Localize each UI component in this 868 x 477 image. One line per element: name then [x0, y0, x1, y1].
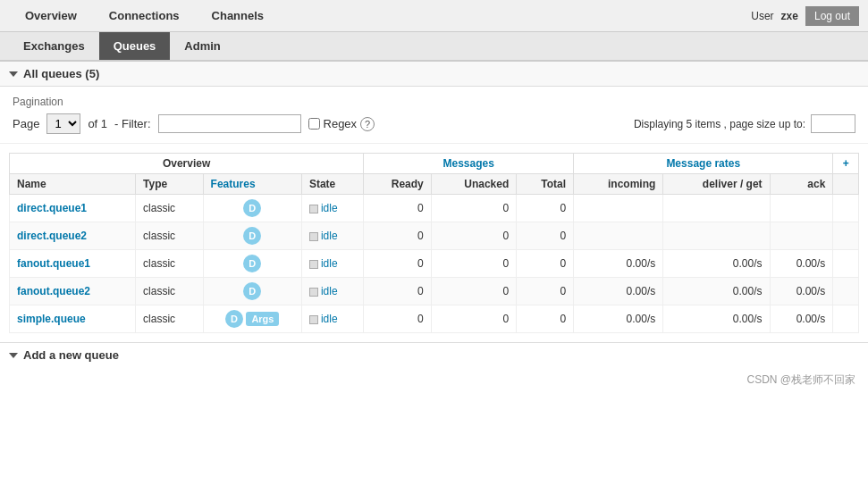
durable-badge: D — [243, 255, 261, 272]
col-type: Type — [136, 174, 204, 195]
table-row[interactable]: simple.queueclassicD Args idle0000.00/s0… — [10, 305, 859, 333]
pagination-info: Displaying 5 items , page size up to: 10… — [634, 114, 855, 133]
filter-label: - Filter: — [114, 117, 150, 130]
queue-unacked: 0 — [431, 222, 517, 250]
help-icon[interactable]: ? — [360, 117, 375, 131]
username: zxe — [781, 10, 798, 22]
queue-deliver-rate — [663, 222, 770, 250]
logout-button[interactable]: Log out — [805, 6, 859, 26]
queue-ready: 0 — [364, 250, 432, 278]
queue-features: D — [203, 278, 301, 305]
filter-input[interactable] — [158, 114, 301, 133]
collapse-icon[interactable] — [9, 71, 18, 77]
queue-ack-rate: 0.00/s — [770, 250, 833, 278]
tab-connections[interactable]: Connections — [93, 2, 196, 29]
top-navigation: Overview Connections Channels User zxe L… — [0, 0, 868, 32]
regex-checkbox[interactable] — [308, 118, 320, 130]
queue-unacked: 0 — [431, 305, 517, 333]
page-label: Page — [13, 117, 39, 130]
queue-total: 0 — [517, 250, 574, 278]
state-label: idle — [321, 313, 338, 325]
regex-label: Regex — [324, 117, 358, 130]
queue-type: classic — [136, 222, 204, 250]
col-state: State — [301, 174, 363, 195]
add-queue-label[interactable]: Add a new queue — [23, 348, 119, 362]
queue-name[interactable]: fanout.queue2 — [10, 278, 136, 305]
queue-unacked: 0 — [431, 278, 517, 305]
queue-total: 0 — [517, 222, 574, 250]
sub-navigation: Exchanges Queues Admin — [0, 32, 868, 62]
tab-queues[interactable]: Queues — [99, 32, 171, 60]
queue-unacked: 0 — [431, 250, 517, 278]
queue-ack-rate: 0.00/s — [770, 278, 833, 305]
tab-exchanges[interactable]: Exchanges — [9, 32, 99, 60]
queue-incoming-rate: 0.00/s — [574, 305, 663, 333]
queues-table-container: Overview Messages Message rates + Name T… — [0, 144, 868, 342]
table-row[interactable]: direct.queue1classicD idle000 — [10, 195, 859, 222]
queue-extra — [833, 305, 859, 333]
queue-incoming-rate — [574, 195, 663, 222]
queue-type: classic — [136, 305, 204, 333]
queue-state: idle — [301, 222, 363, 250]
section-title: All queues (5) — [23, 67, 99, 80]
queue-incoming-rate: 0.00/s — [574, 278, 663, 305]
col-extra — [833, 174, 859, 195]
col-ack: ack — [770, 174, 833, 195]
user-info: User zxe Log out — [751, 6, 859, 26]
queue-name[interactable]: direct.queue1 — [10, 195, 136, 222]
add-queue-expand-icon[interactable] — [9, 353, 18, 358]
queue-deliver-rate: 0.00/s — [663, 250, 770, 278]
queue-state: idle — [301, 305, 363, 333]
pagination-section: Pagination Page 1 of 1 - Filter: Regex ?… — [0, 87, 868, 144]
queue-extra — [833, 250, 859, 278]
durable-badge: D — [243, 282, 261, 300]
overview-group-header: Overview — [10, 154, 364, 174]
queue-extra — [833, 222, 859, 250]
queue-ready: 0 — [364, 305, 432, 333]
table-row[interactable]: direct.queue2classicD idle000 — [10, 222, 859, 250]
queue-incoming-rate — [574, 222, 663, 250]
queue-ack-rate: 0.00/s — [770, 305, 833, 333]
queue-ready: 0 — [364, 222, 432, 250]
col-features: Features — [203, 174, 301, 195]
add-column-button[interactable]: + — [833, 154, 859, 174]
tab-channels[interactable]: Channels — [196, 2, 281, 29]
state-icon — [309, 315, 318, 324]
regex-group: Regex ? — [308, 117, 375, 131]
durable-badge: D — [225, 310, 243, 328]
queue-unacked: 0 — [431, 195, 517, 222]
col-incoming: incoming — [574, 174, 663, 195]
tab-overview[interactable]: Overview — [9, 2, 93, 29]
queue-name[interactable]: simple.queue — [10, 305, 136, 333]
state-icon — [309, 288, 318, 297]
queue-state: idle — [301, 250, 363, 278]
state-label: idle — [321, 257, 338, 270]
col-total: Total — [517, 174, 574, 195]
queue-deliver-rate: 0.00/s — [663, 278, 770, 305]
queue-type: classic — [136, 195, 204, 222]
queue-features: D — [203, 195, 301, 222]
display-info: Displaying 5 items , page size up to: — [634, 118, 805, 130]
state-label: idle — [321, 202, 338, 214]
queue-ready: 0 — [364, 278, 432, 305]
add-queue-section: Add a new queue — [0, 342, 868, 367]
queue-type: classic — [136, 250, 204, 278]
queue-name[interactable]: fanout.queue1 — [10, 250, 136, 278]
table-row[interactable]: fanout.queue1classicD idle0000.00/s0.00/… — [10, 250, 859, 278]
rates-group-header: Message rates — [574, 154, 833, 174]
queue-ack-rate — [770, 195, 833, 222]
queue-deliver-rate — [663, 195, 770, 222]
table-row[interactable]: fanout.queue2classicD idle0000.00/s0.00/… — [10, 278, 859, 305]
col-ready: Ready — [364, 174, 432, 195]
queue-extra — [833, 195, 859, 222]
section-header: All queues (5) — [0, 62, 868, 87]
queue-ack-rate — [770, 222, 833, 250]
queue-rows: direct.queue1classicD idle000direct.queu… — [10, 195, 859, 333]
state-icon — [309, 260, 318, 269]
durable-badge: D — [243, 227, 261, 245]
queue-name[interactable]: direct.queue2 — [10, 222, 136, 250]
tab-admin[interactable]: Admin — [170, 32, 234, 60]
page-select[interactable]: 1 — [46, 113, 80, 134]
page-size-input[interactable]: 100 — [811, 114, 855, 133]
col-deliver-get: deliver / get — [663, 174, 770, 195]
